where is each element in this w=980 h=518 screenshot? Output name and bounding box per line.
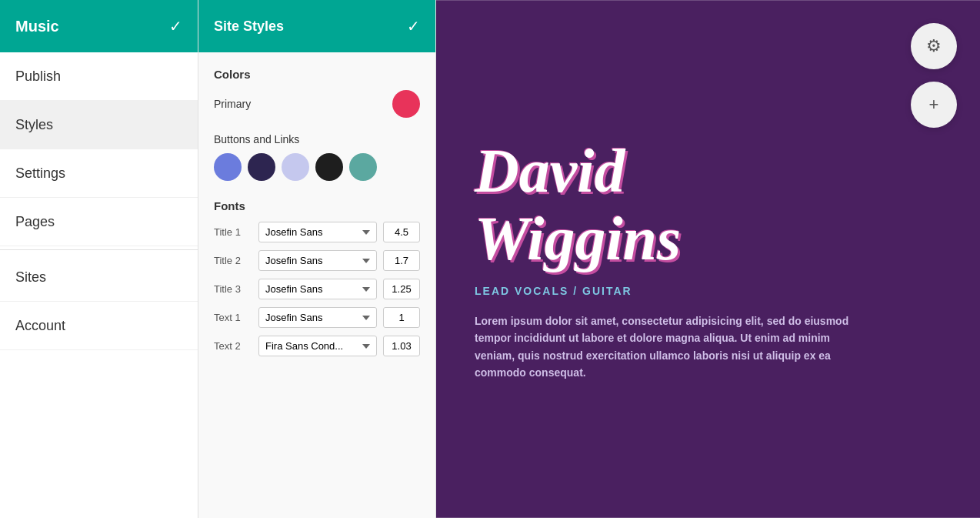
settings-button[interactable]: ⚙: [911, 23, 957, 69]
sidebar-item-styles[interactable]: Styles: [0, 101, 198, 149]
font-size-title2[interactable]: 1.7: [383, 250, 420, 271]
sidebar-item-account[interactable]: Account: [0, 302, 198, 350]
middle-header-check: ✓: [407, 17, 420, 35]
middle-content: Colors Primary Buttons and Links Fonts T…: [198, 52, 435, 379]
left-sidebar: Music ✓ Publish Styles Settings Pages Si…: [0, 0, 198, 518]
nav-divider: [0, 249, 198, 250]
swatch-3[interactable]: [282, 153, 309, 181]
sidebar-item-settings[interactable]: Settings: [0, 149, 198, 198]
left-header-title: Music: [15, 18, 59, 35]
font-label-text2: Text 2: [214, 340, 252, 352]
font-select-text1[interactable]: Josefin Sans: [258, 307, 377, 328]
fonts-section: Title 1 Josefin Sans 4.5 Title 2 Josefin…: [214, 222, 420, 356]
sidebar-item-publish[interactable]: Publish: [0, 52, 198, 101]
font-label-title3: Title 3: [214, 283, 252, 295]
swatch-2[interactable]: [248, 153, 275, 181]
primary-color-row: Primary: [214, 90, 420, 118]
left-header: Music ✓: [0, 0, 198, 52]
swatch-1[interactable]: [214, 153, 242, 181]
font-row-title2: Title 2 Josefin Sans 1.7: [214, 250, 420, 271]
font-label-title1: Title 1: [214, 226, 252, 238]
preview-name: David Wiggins: [475, 137, 859, 272]
font-label-title2: Title 2: [214, 255, 252, 266]
font-row-title1: Title 1 Josefin Sans 4.5: [214, 222, 420, 242]
font-select-title2[interactable]: Josefin Sans: [258, 250, 377, 271]
color-swatches: [214, 153, 420, 181]
font-row-text2: Text 2 Fira Sans Cond... 1.03: [214, 336, 420, 356]
font-label-text1: Text 1: [214, 312, 252, 323]
font-row-title3: Title 3 Josefin Sans 1.25: [214, 279, 420, 299]
swatch-5[interactable]: [349, 153, 377, 181]
middle-panel: Site Styles ✓ Colors Primary Buttons and…: [198, 0, 436, 518]
font-size-text2[interactable]: 1.03: [383, 336, 420, 356]
left-nav: Publish Styles Settings Pages Sites Acco…: [0, 52, 198, 518]
floating-buttons: ⚙ +: [911, 23, 957, 128]
sidebar-item-sites[interactable]: Sites: [0, 253, 198, 302]
colors-section-title: Colors: [214, 68, 420, 81]
gear-icon: ⚙: [926, 36, 942, 56]
font-size-title3[interactable]: 1.25: [383, 279, 420, 299]
font-size-text1[interactable]: 1: [383, 307, 420, 328]
left-header-check: ✓: [169, 17, 182, 35]
middle-header-title: Site Styles: [214, 18, 284, 35]
sidebar-item-pages[interactable]: Pages: [0, 198, 198, 246]
fonts-section-title: Fonts: [214, 199, 420, 212]
main-preview: David Wiggins LEAD VOCALS / GUITAR Lorem…: [436, 0, 980, 518]
font-size-title1[interactable]: 4.5: [383, 222, 420, 242]
font-select-title3[interactable]: Josefin Sans: [258, 279, 377, 299]
primary-label: Primary: [214, 98, 251, 110]
middle-header: Site Styles ✓: [198, 0, 435, 52]
plus-icon: +: [929, 95, 939, 115]
buttons-links-label: Buttons and Links: [214, 133, 420, 145]
font-row-text1: Text 1 Josefin Sans 1: [214, 307, 420, 328]
preview-top-line: [436, 0, 980, 1]
preview-description: Lorem ipsum dolor sit amet, consectetur …: [475, 312, 859, 382]
preview-subtitle: LEAD VOCALS / GUITAR: [475, 285, 859, 297]
add-button[interactable]: +: [911, 82, 957, 128]
swatch-4[interactable]: [315, 153, 343, 181]
primary-color-swatch[interactable]: [392, 90, 420, 118]
font-select-text2[interactable]: Fira Sans Cond...: [258, 336, 377, 356]
preview-content: David Wiggins LEAD VOCALS / GUITAR Lorem…: [475, 137, 859, 382]
font-select-title1[interactable]: Josefin Sans: [258, 222, 377, 242]
